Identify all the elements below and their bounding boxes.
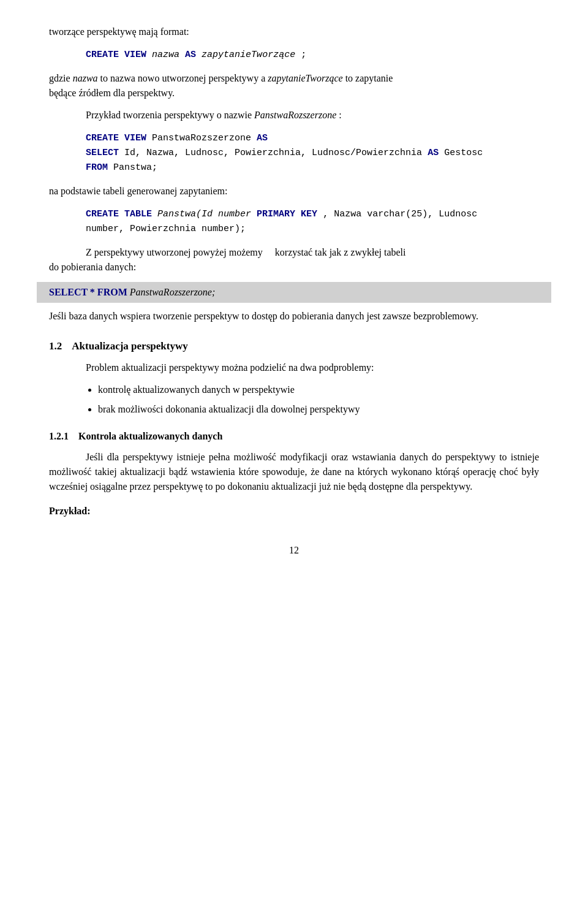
ct-rest2: number, Powierzchnia number); [86, 224, 246, 234]
panstwa-name: PanstwaRozszerzone [254, 110, 336, 120]
select-keyword: SELECT [86, 148, 119, 158]
intro-line1: tworzące perspektywę mają format: [49, 25, 539, 39]
bullet-1-text: kontrolę aktualizowanych danych w perspe… [98, 384, 295, 395]
create-table-block: CREATE TABLE Panstwa(Id number PRIMARY K… [86, 207, 539, 237]
section-12-space [65, 340, 70, 352]
intro-text1: tworzące perspektywę mają format: [49, 26, 189, 37]
ct-keyword: CREATE TABLE [86, 209, 152, 219]
semicolon-text: ; [301, 50, 306, 60]
gdzie-paragraph: gdzie nazwa to nazwa nowo utworzonej per… [49, 71, 539, 101]
gdzie-suffix: będące źródłem dla perspektwy. [49, 88, 175, 98]
section-12-number: 1.2 [49, 340, 62, 352]
gdzie-to: to zapytanie [343, 73, 393, 83]
cv-keyword: CREATE VIEW [86, 133, 146, 143]
section-121-text-content: Jeśli dla perspektywy istnieje pełna moż… [49, 452, 539, 492]
section-121-space [71, 431, 76, 441]
perspective-line2: do pobierania danych: [49, 262, 136, 272]
select-from-keyword: SELECT * FROM [49, 287, 127, 297]
create-view-syntax: CREATE VIEW nazwa AS zapytanieTworzące ; [86, 48, 539, 63]
example-label-paragraph: Przykład: [49, 504, 539, 519]
section-12-title: Aktualizacja perspektywy [72, 340, 187, 352]
page-content: tworzące perspektywę mają format: CREATE… [49, 25, 539, 519]
example-intro-suffix: : [336, 110, 341, 120]
section-12-intro-text: Problem aktualizacji perspektywy można p… [86, 362, 374, 373]
cv-name: PanstwaRozszerzone [152, 133, 251, 143]
bullet-list: kontrolę aktualizowanych danych w perspe… [98, 382, 539, 417]
basis-paragraph: na podstawie tabeli generowanej zapytani… [49, 184, 539, 199]
example-intro-paragraph: Przykład tworzenia perspektywy o nazwie … [49, 108, 539, 123]
zapytanie-label: zapytanieTworzące [202, 50, 295, 60]
perspective-line1-mid: korzystać tak jak z zwykłej tabeli [273, 247, 406, 257]
create-view-keyword: CREATE VIEW [86, 50, 146, 60]
as-keyword: AS [185, 50, 196, 60]
section-12-intro: Problem aktualizacji perspektywy można p… [49, 360, 539, 375]
gdzie-zapytanie: zapytanieTworzące [268, 73, 342, 83]
section-121-title: Kontrola aktualizowanych danych [78, 431, 222, 441]
create-view-block: CREATE VIEW PanstwaRozszerzone AS SELECT… [86, 131, 539, 175]
perspective-paragraph: Z perspektywy utworzonej powyżej możemy … [49, 245, 539, 275]
jesli-text: Jeśli baza danych wspiera tworzenie pers… [49, 311, 478, 321]
example-label: Przykład: [49, 506, 91, 516]
section-121-text: Jeśli dla perspektywy istnieje pełna moż… [49, 450, 539, 494]
section-121-heading: 1.2.1 Kontrola aktualizowanych danych [49, 429, 539, 444]
basis-text: na podstawie tabeli generowanej zapytani… [49, 186, 227, 196]
from-keyword: FROM [86, 162, 108, 173]
highlighted-select-block: SELECT * FROM PanstwaRozszerzone; [37, 282, 551, 303]
bullet-2-text: brak możliwości dokonania aktualizacji d… [98, 404, 360, 414]
bullet-item-2: brak możliwości dokonania aktualizacji d… [98, 402, 539, 417]
example-intro-text: Przykład tworzenia perspektywy o nazwie [86, 110, 254, 120]
select-from-italic: PanstwaRozszerzone; [130, 287, 216, 297]
gdzie-mid: to nazwa nowo utworzonej perspektywy a [98, 73, 268, 83]
page-number-text: 12 [289, 545, 299, 555]
ct-rest: , Nazwa varchar(25), Ludnosc [323, 209, 477, 219]
ct-content: Panstwa(Id number [157, 209, 251, 219]
page-number: 12 [49, 543, 539, 558]
select-content: Id, Nazwa, Ludnosc, Powierzchnia, Ludnos… [124, 148, 422, 158]
select-as: AS [428, 148, 439, 158]
bullet-item-1: kontrolę aktualizowanych danych w perspe… [98, 382, 539, 397]
from-content: Panstwa; [113, 162, 157, 173]
jesli-paragraph: Jeśli baza danych wspiera tworzenie pers… [49, 309, 539, 324]
nazwa-italic: nazwa [152, 50, 179, 60]
ct-pk: PRIMARY KEY [257, 209, 317, 219]
section-12-heading: 1.2 Aktualizacja perspektywy [49, 338, 539, 354]
gdzie-prefix: gdzie [49, 73, 73, 83]
section-121-number: 1.2.1 [49, 431, 69, 441]
select-end: Gestosc [444, 148, 483, 158]
perspective-line1: Z perspektywy utworzonej powyżej możemy [86, 247, 263, 257]
cv-as: AS [257, 133, 268, 143]
gdzie-nazwa: nazwa [73, 73, 98, 83]
